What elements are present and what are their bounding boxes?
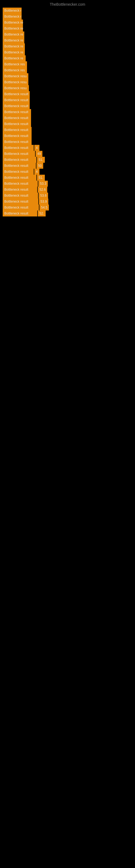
bar-label: Bottleneck result xyxy=(3,115,31,121)
bar-row: Bottleneck resu xyxy=(0,79,135,85)
bar-label: Bottleneck re xyxy=(3,55,26,61)
bar-label: Bottleneck result xyxy=(3,127,32,133)
bar-row: Bottleneck resu xyxy=(0,85,135,91)
bar-row: Bottleneck result51. xyxy=(0,175,135,181)
bar-row: Bottleneck result49 xyxy=(0,151,135,157)
bar-row: Bottleneck result xyxy=(0,103,135,109)
bar-row: Bottleneck resu xyxy=(0,73,135,79)
bar-label: Bottleneck re xyxy=(3,37,24,43)
bar-label: Bottleneck result xyxy=(3,157,37,163)
bar-value: 53.3 xyxy=(38,181,48,187)
bar-value: 51. xyxy=(37,157,45,163)
bar-row: Bottleneck res xyxy=(0,67,135,73)
bar-value: 50 xyxy=(37,163,43,169)
bar-row: Bottleneck result xyxy=(0,127,135,133)
bar-row: Bottleneck result54.5 xyxy=(0,205,135,211)
bar-label: Bottleneck result xyxy=(3,109,31,115)
bar-label: Bottleneck result xyxy=(3,103,30,109)
bar-label: Bottleneck re xyxy=(3,26,23,31)
bar-label: Bottleneck r xyxy=(3,8,21,13)
bar-label: Bottleneck result xyxy=(3,145,34,151)
bar-row: Bottleneck result4 xyxy=(0,169,135,175)
bar-label: Bottleneck result xyxy=(3,151,35,157)
bar-row: Bottleneck result xyxy=(0,97,135,103)
bar-label: Bottleneck result xyxy=(3,169,34,175)
bar-label: Bottleneck re xyxy=(3,43,25,50)
bar-label: Bottleneck resu xyxy=(3,79,28,85)
bar-row: Bottleneck result xyxy=(0,121,135,127)
bar-row: Bottleneck result xyxy=(0,115,135,121)
bar-row: Bottleneck result50 xyxy=(0,163,135,169)
bar-row: Bottleneck r xyxy=(0,8,135,13)
bar-row: Bottleneck re xyxy=(0,31,135,37)
bar-row: Bottleneck re xyxy=(0,43,135,50)
bar-row: Bottleneck re xyxy=(0,20,135,26)
bar-label: Bottleneck resu xyxy=(3,85,29,91)
bar-label: Bottleneck res xyxy=(3,61,27,67)
bar-row: Bottleneck result xyxy=(0,139,135,145)
bar-row: Bottleneck res xyxy=(0,61,135,67)
bar-label: Bottleneck result xyxy=(3,139,32,145)
bar-row: Bottleneck re xyxy=(0,37,135,43)
bar-label: Bottleneck result xyxy=(3,97,30,103)
bar-value: 53.6 xyxy=(39,193,48,198)
bar-label: Bottleneck result xyxy=(3,211,37,216)
bar-row: Bottleneck result51. xyxy=(0,157,135,163)
bar-label: Bottleneck result xyxy=(3,205,39,211)
bar-value: 51. xyxy=(37,175,45,181)
bar-row: Bottleneck result53.6 xyxy=(0,193,135,198)
bar-row: Bottleneck result xyxy=(0,133,135,139)
bar-label: Bottleneck result xyxy=(3,193,38,198)
bar-label: Bottleneck re xyxy=(3,50,25,55)
bar-row: Bottleneck result52.6 xyxy=(0,187,135,193)
bar-value: 53.9 xyxy=(39,198,48,205)
bar-row: Bottleneck result53.3 xyxy=(0,181,135,187)
bar-label: Bottleneck result xyxy=(3,198,38,205)
bar-label: Bottleneck resu xyxy=(3,73,28,79)
bar-value: 4 xyxy=(34,169,39,175)
bar-value: 52.6 xyxy=(38,187,47,193)
bar-label: Bottleneck result xyxy=(3,181,38,187)
bar-row: Bottleneck result53.9 xyxy=(0,198,135,205)
bar-label: Bottleneck re xyxy=(3,31,24,37)
bar-row: Bottleneck r xyxy=(0,13,135,20)
bar-row: Bottleneck re xyxy=(0,26,135,31)
bar-row: Bottleneck result xyxy=(0,109,135,115)
bar-label: Bottleneck result xyxy=(3,187,37,193)
bar-value: 54.5 xyxy=(39,205,49,211)
bar-row: Bottleneck re xyxy=(0,50,135,55)
bar-value: 52. xyxy=(38,211,46,216)
bar-label: Bottleneck result xyxy=(3,163,36,169)
bar-label: Bottleneck r xyxy=(3,13,21,20)
bar-label: Bottleneck result xyxy=(3,133,32,139)
site-title: TheBottlenecker.com xyxy=(0,0,135,8)
bar-label: Bottleneck result xyxy=(3,175,37,181)
bar-label: Bottleneck result xyxy=(3,121,31,127)
bar-row: Bottleneck result52. xyxy=(0,211,135,216)
bar-label: Bottleneck re xyxy=(3,20,23,26)
bar-row: Bottleneck re xyxy=(0,55,135,61)
bar-row: Bottleneck result xyxy=(0,91,135,97)
bar-row: Bottleneck result4 xyxy=(0,145,135,151)
bar-label: Bottleneck result xyxy=(3,91,30,97)
bar-value: 49 xyxy=(36,151,42,157)
bar-value: 4 xyxy=(34,145,39,151)
bar-label: Bottleneck res xyxy=(3,67,27,73)
